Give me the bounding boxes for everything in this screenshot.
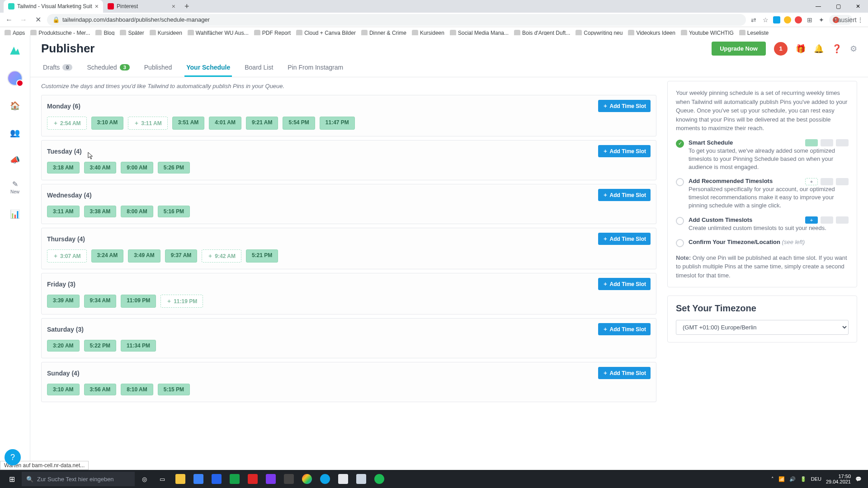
close-tab-icon[interactable]: ×: [172, 3, 175, 10]
step-chips: +: [805, 216, 849, 224]
publisher-tab[interactable]: Scheduled3: [85, 59, 131, 77]
time-slot[interactable]: 9:00 AM: [121, 162, 153, 174]
plus-icon: ＋: [603, 369, 608, 377]
chip: [836, 139, 849, 146]
home-icon[interactable]: 🏠: [8, 99, 22, 113]
time-slot[interactable]: 8:10 AM: [121, 384, 153, 395]
close-tab-icon[interactable]: ×: [95, 3, 99, 10]
time-slot[interactable]: 3:24 AM: [91, 249, 124, 263]
new-button[interactable]: ✎New: [8, 180, 22, 194]
time-slot[interactable]: 3:18 AM: [47, 162, 80, 174]
add-time-slot-button[interactable]: ＋Add Time Slot: [598, 367, 651, 379]
analytics-icon[interactable]: 📊: [8, 207, 22, 221]
time-slot[interactable]: 3:11 AM: [47, 206, 80, 217]
time-slot[interactable]: 9:37 AM: [165, 249, 198, 263]
gear-icon[interactable]: ⚙: [850, 44, 857, 54]
time-slot[interactable]: 3:38 AM: [84, 206, 117, 217]
people-icon[interactable]: 👥: [8, 126, 22, 140]
time-slot[interactable]: 11:34 PM: [121, 340, 156, 352]
time-slot[interactable]: 5:15 PM: [158, 384, 190, 395]
time-slot[interactable]: 4:01 AM: [209, 117, 241, 130]
time-slot[interactable]: 5:54 PM: [283, 117, 315, 130]
chip: [821, 216, 833, 224]
time-slot[interactable]: 11:09 PM: [121, 295, 156, 308]
step-desc: Personalized specifically for your accou…: [689, 185, 849, 210]
chrome-menu-icon[interactable]: ⋮: [856, 16, 864, 24]
minimize-button[interactable]: —: [808, 0, 828, 13]
star-icon[interactable]: ☆: [761, 16, 769, 24]
add-time-slot-button[interactable]: ＋Add Time Slot: [598, 100, 651, 112]
browser-tabs: Tailwind - Visual Marketing Suit×Pintere…: [0, 0, 868, 13]
publisher-tab[interactable]: Your Schedule: [184, 59, 232, 77]
time-slot-suggested[interactable]: ＋3:07 AM: [47, 249, 87, 263]
time-slot[interactable]: 3:51 AM: [172, 117, 205, 130]
time-slot[interactable]: 8:00 AM: [121, 206, 153, 217]
help-widget[interactable]: ?: [5, 449, 21, 465]
time-slot-suggested[interactable]: ＋11:19 PM: [160, 295, 203, 308]
reload-button[interactable]: ✕: [33, 15, 43, 24]
step-chips: [805, 139, 849, 146]
extension-icon[interactable]: [773, 16, 780, 23]
add-time-slot-button[interactable]: ＋Add Time Slot: [598, 278, 651, 290]
publisher-tab[interactable]: Published: [142, 59, 174, 77]
new-tab-button[interactable]: +: [180, 2, 194, 11]
time-slot[interactable]: 11:47 PM: [320, 117, 355, 130]
translate-icon[interactable]: ⇄: [750, 16, 758, 24]
gift-icon[interactable]: 🎁: [796, 44, 806, 54]
time-slot[interactable]: 9:34 AM: [84, 295, 117, 308]
tab-badge: 0: [62, 64, 72, 70]
publisher-tabs: Drafts0Scheduled3PublishedYour ScheduleB…: [30, 59, 868, 77]
back-button[interactable]: ←: [4, 16, 14, 24]
step-status-icon: [676, 140, 684, 148]
logo-icon[interactable]: [8, 43, 22, 58]
timezone-select[interactable]: (GMT +01:00) Europe/Berlin: [676, 320, 849, 335]
megaphone-icon[interactable]: 📣: [8, 153, 22, 167]
forward-button[interactable]: →: [18, 16, 29, 24]
time-slot[interactable]: 3:20 AM: [47, 340, 80, 352]
extension-icon[interactable]: [784, 16, 791, 23]
tab-badge: 3: [120, 64, 130, 70]
tab-label: Drafts: [43, 64, 60, 71]
time-slot[interactable]: 3:10 AM: [91, 117, 124, 130]
tips-card: Your weekly pinning schedule is a set of…: [667, 81, 857, 287]
browser-tab[interactable]: Tailwind - Visual Marketing Suit×: [4, 0, 103, 13]
add-time-slot-button[interactable]: ＋Add Time Slot: [598, 189, 651, 201]
close-window-button[interactable]: ✕: [848, 0, 868, 13]
extension-icon[interactable]: ⊞: [806, 16, 814, 24]
extension-icon[interactable]: [795, 16, 802, 23]
time-slot[interactable]: 9:21 AM: [246, 117, 278, 130]
chip: [821, 139, 833, 146]
publisher-tab[interactable]: Pin From Instagram: [286, 59, 345, 77]
page-title: Publisher: [41, 42, 94, 56]
publisher-tab[interactable]: Drafts0: [41, 59, 74, 77]
publisher-tab[interactable]: Board List: [243, 59, 275, 77]
help-icon[interactable]: ❓: [832, 44, 842, 54]
time-slot-suggested[interactable]: ＋9:42 AM: [202, 249, 241, 263]
time-slot[interactable]: 5:16 PM: [158, 206, 190, 217]
add-time-slot-button[interactable]: ＋Add Time Slot: [598, 145, 651, 157]
time-slot[interactable]: 3:39 AM: [47, 295, 80, 308]
bell-icon[interactable]: 🔔: [814, 44, 824, 54]
add-time-slot-button[interactable]: ＋Add Time Slot: [598, 323, 651, 335]
notif-count[interactable]: 1: [774, 42, 788, 56]
profile-pill[interactable]: T Pausiert: [829, 15, 853, 25]
favicon: [8, 3, 14, 9]
maximize-button[interactable]: ▢: [828, 0, 848, 13]
url-bar: ← → ✕ 🔒 tailwindapp.com/dashboard/publis…: [0, 13, 868, 27]
browser-tab[interactable]: Pinterest×: [103, 0, 180, 13]
time-slot[interactable]: 3:40 AM: [84, 162, 117, 174]
add-time-slot-button[interactable]: ＋Add Time Slot: [598, 233, 651, 245]
time-slot[interactable]: 5:21 PM: [246, 249, 278, 263]
time-slot-suggested[interactable]: ＋3:11 AM: [128, 117, 168, 130]
url-field[interactable]: 🔒 tailwindapp.com/dashboard/publisher/sc…: [47, 14, 746, 26]
time-slot-suggested[interactable]: ＋2:54 AM: [47, 117, 87, 130]
time-slot[interactable]: 3:56 AM: [84, 384, 117, 395]
account-avatar[interactable]: [7, 70, 23, 86]
time-slot[interactable]: 3:49 AM: [128, 249, 160, 263]
upgrade-button[interactable]: Upgrade Now: [712, 42, 766, 56]
time-slot[interactable]: 5:22 PM: [84, 340, 116, 352]
time-slot[interactable]: 5:26 PM: [158, 162, 190, 174]
day-block: Friday (3)＋Add Time Slot3:39 AM9:34 AM11…: [41, 273, 656, 314]
puzzle-icon[interactable]: ✦: [817, 16, 826, 24]
time-slot[interactable]: 3:10 AM: [47, 384, 80, 395]
